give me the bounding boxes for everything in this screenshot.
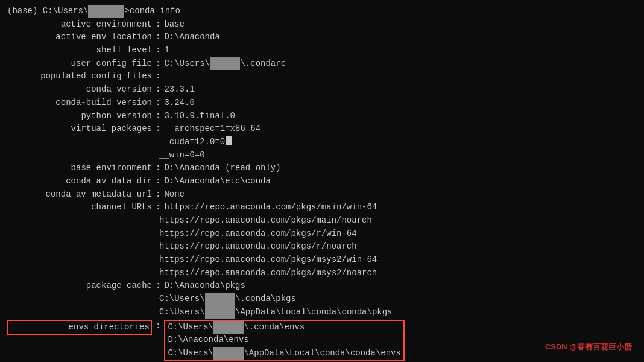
- conda-av-metadata-url-value: None: [164, 188, 185, 202]
- conda-av-data-dir-row: conda av data dir : D:\Anaconda\etc\cond…: [7, 175, 637, 188]
- shell-level-row: shell level : 1: [7, 44, 637, 57]
- channel-urls-label5: [7, 253, 152, 267]
- envs-dir-value2-line: D:\Anaconda\envs: [168, 334, 401, 347]
- sep6: :: [156, 83, 160, 97]
- envs-dir-value3-line: C:\Users\ \AppData\Local\conda\conda\env…: [168, 347, 401, 360]
- channel-urls-label2: [7, 214, 152, 227]
- virtual-packages-label: virtual packages: [7, 122, 152, 136]
- sep11: :: [156, 175, 160, 188]
- virtual-packages-label3: [7, 149, 152, 162]
- sep8: :: [156, 110, 160, 123]
- prompt-line: (base) C:\Users\ >conda info: [7, 5, 637, 18]
- terminal-window: (base) C:\Users\ >conda info active envi…: [0, 0, 644, 362]
- channel-urls-row6: https://repo.anaconda.com/pkgs/msys2/noa…: [7, 267, 637, 280]
- python-version-row: python version : 3.10.9.final.0: [7, 110, 637, 123]
- virtual-packages-row: virtual packages : __archspec=1=x86_64: [7, 122, 637, 136]
- envs-directories-label-box: envs directories: [7, 320, 152, 335]
- populated-config-files-label: populated config files: [7, 70, 152, 83]
- base-environment-row: base environment : D:\Anaconda (read onl…: [7, 162, 637, 175]
- python-version-value: 3.10.9.final.0: [164, 110, 235, 123]
- active-env-location-value: D:\Anaconda: [164, 31, 219, 44]
- active-environment-row: active environment : base: [7, 18, 637, 31]
- sep9: :: [156, 122, 160, 136]
- base-environment-value: D:\Anaconda (read only): [164, 162, 280, 175]
- channel-urls-label4: [7, 240, 152, 253]
- package-cache-label2: [7, 293, 152, 306]
- active-env-location-row: active env location : D:\Anaconda: [7, 31, 637, 44]
- conda-build-version-label: conda-build version: [7, 97, 152, 110]
- channel-urls-label3: [7, 227, 152, 241]
- conda-av-data-dir-value: D:\Anaconda\etc\conda: [164, 175, 270, 188]
- channel-url6: https://repo.anaconda.com/pkgs/msys2/noa…: [159, 267, 377, 280]
- python-version-label: python version: [7, 110, 152, 123]
- sep5: :: [156, 70, 160, 83]
- shell-level-label: shell level: [7, 44, 152, 57]
- sep3: :: [156, 44, 160, 57]
- virtual-packages-value1: __archspec=1=x86_64: [164, 122, 260, 136]
- package-cache-row3: C:\Users\ \AppData\Local\conda\conda\pkg…: [7, 306, 637, 319]
- populated-config-files-row: populated config files :: [7, 70, 637, 83]
- prompt-suffix: >conda info: [124, 5, 180, 18]
- conda-build-version-row: conda-build version : 3.24.0: [7, 97, 637, 110]
- channel-urls-label6: [7, 267, 152, 280]
- channel-url2: https://repo.anaconda.com/pkgs/main/noar…: [159, 214, 372, 227]
- envs-directories-sep: :: [156, 320, 160, 333]
- channel-url1: https://repo.anaconda.com/pkgs/main/win-…: [164, 201, 377, 214]
- package-cache-label: package cache: [7, 279, 152, 293]
- active-env-location-label: active env location: [7, 31, 152, 44]
- conda-version-row: conda version : 23.3.1: [7, 83, 637, 97]
- virtual-packages-value2: __cuda=12.0=0: [159, 136, 225, 149]
- channel-urls-label: channel URLs: [7, 201, 152, 214]
- conda-build-version-value: 3.24.0: [164, 97, 194, 110]
- redacted-username: [88, 5, 124, 18]
- user-config-file-row: user config file:C:\Users\ \.condarc: [7, 57, 637, 71]
- channel-urls-row2: https://repo.anaconda.com/pkgs/main/noar…: [7, 214, 637, 227]
- active-environment-value: base: [164, 18, 185, 31]
- virtual-packages-value3: __win=0=0: [159, 149, 205, 162]
- package-cache-row2: C:\Users\ \.conda\pkgs: [7, 293, 637, 306]
- package-cache-label3: [7, 306, 152, 319]
- conda-av-metadata-url-row: conda av metadata url : None: [7, 188, 637, 202]
- channel-urls-row1: channel URLs : https://repo.anaconda.com…: [7, 201, 637, 214]
- channel-url4: https://repo.anaconda.com/pkgs/r/noarch: [159, 240, 357, 253]
- sep13: :: [156, 201, 160, 214]
- channel-urls-row3: https://repo.anaconda.com/pkgs/r/win-64: [7, 227, 637, 241]
- channel-url5: https://repo.anaconda.com/pkgs/msys2/win…: [159, 253, 377, 267]
- sep19: :: [156, 279, 160, 293]
- sep7: :: [156, 97, 160, 110]
- envs-directories-container: envs directories : C:\Users\ \.conda\env…: [7, 320, 637, 361]
- conda-version-value: 23.3.1: [164, 83, 194, 97]
- sep2: :: [156, 31, 160, 44]
- sep12: :: [156, 188, 160, 202]
- package-cache-value3: C:\Users\ \AppData\Local\conda\conda\pkg…: [159, 306, 393, 319]
- channel-urls-row5: https://repo.anaconda.com/pkgs/msys2/win…: [7, 253, 637, 267]
- package-cache-value2: C:\Users\ \.conda\pkgs: [159, 293, 296, 306]
- user-config-file-value: C:\Users\ \.condarc: [164, 57, 286, 71]
- cursor: [226, 136, 232, 145]
- conda-av-metadata-url-label: conda av metadata url: [7, 188, 152, 202]
- channel-urls-row4: https://repo.anaconda.com/pkgs/r/noarch: [7, 240, 637, 253]
- user-config-file-label: user config file: [7, 57, 152, 71]
- envs-dir-value1-line: C:\Users\ \.conda\envs: [168, 321, 401, 334]
- active-environment-label: active environment: [7, 18, 152, 31]
- watermark: CSDN @春有百花巨小蟹: [545, 341, 632, 352]
- sep1: :: [156, 18, 160, 31]
- sep10: :: [156, 162, 160, 175]
- package-cache-value1: D:\Anaconda\pkgs: [164, 279, 245, 293]
- virtual-packages-row3: __win=0=0: [7, 149, 637, 162]
- conda-av-data-dir-label: conda av data dir: [7, 175, 152, 188]
- base-environment-label: base environment: [7, 162, 152, 175]
- prompt-text: (base) C:\Users\: [7, 5, 88, 18]
- sep4: :: [156, 57, 160, 71]
- shell-level-value: 1: [164, 44, 169, 57]
- package-cache-row1: package cache : D:\Anaconda\pkgs: [7, 279, 637, 293]
- virtual-packages-row2: __cuda=12.0=0: [7, 136, 637, 149]
- conda-version-label: conda version: [7, 83, 152, 97]
- channel-url3: https://repo.anaconda.com/pkgs/r/win-64: [159, 227, 357, 241]
- envs-directories-values-box: C:\Users\ \.conda\envs D:\Anaconda\envs …: [164, 320, 405, 361]
- virtual-packages-label2: [7, 136, 152, 149]
